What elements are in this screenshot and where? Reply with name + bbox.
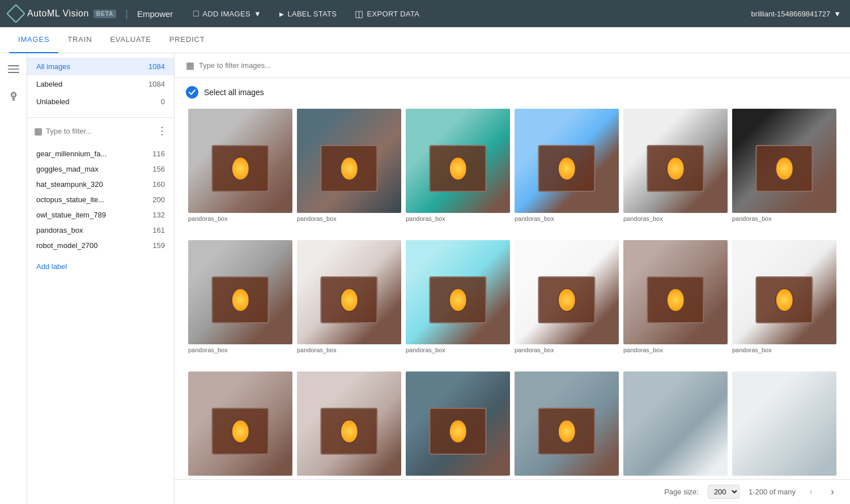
image-grid-row1: pandoras_box pandoras_box pandoras_box bbox=[175, 106, 850, 238]
image-thumbnail bbox=[406, 240, 510, 344]
svg-rect-0 bbox=[8, 65, 19, 66]
bottom-bar: Page size: 200 100 50 1-200 of many ‹ › bbox=[175, 479, 850, 504]
image-label: pandoras_box bbox=[297, 215, 401, 222]
label-name: goggles_mad_max bbox=[36, 165, 99, 173]
main-layout: All images 1084 Labeled 1084 Unlabeled 0… bbox=[0, 53, 850, 504]
label-count: 160 bbox=[152, 180, 165, 189]
account-selector[interactable]: brilliant-1548669841727 ▼ bbox=[751, 10, 841, 18]
all-images-label: All images bbox=[36, 62, 70, 71]
image-thumbnail bbox=[297, 240, 401, 344]
image-cell[interactable]: pandoras_box bbox=[186, 106, 295, 224]
image-thumbnail bbox=[623, 371, 728, 476]
image-thumbnail bbox=[515, 240, 619, 344]
svg-rect-1 bbox=[8, 69, 19, 70]
all-images-count: 1084 bbox=[148, 62, 165, 71]
tab-images[interactable]: IMAGES bbox=[9, 27, 58, 53]
image-cell[interactable]: pandoras_box bbox=[295, 106, 403, 224]
account-chevron-icon: ▼ bbox=[834, 10, 841, 18]
select-all-checkbox[interactable] bbox=[186, 86, 198, 99]
image-cell[interactable]: pandoras_box bbox=[512, 106, 621, 224]
logo-area: AutoML Vision BETA bbox=[9, 7, 116, 20]
image-cell[interactable]: pandoras_box bbox=[730, 106, 839, 224]
image-thumbnail bbox=[297, 371, 401, 476]
list-item[interactable]: hat_steampunk_320 160 bbox=[27, 177, 174, 192]
label-name: robot_model_2700 bbox=[36, 241, 97, 250]
image-cell[interactable] bbox=[295, 369, 403, 478]
image-cell[interactable] bbox=[730, 369, 839, 478]
unlabeled-count: 0 bbox=[161, 97, 165, 106]
list-item[interactable]: robot_model_2700 159 bbox=[27, 238, 174, 253]
image-label: pandoras_box bbox=[732, 347, 836, 353]
label-list: gear_millennium_fa... 116 goggles_mad_ma… bbox=[27, 142, 174, 258]
project-name: Empower bbox=[137, 9, 173, 19]
image-filter-bar: ▦ bbox=[175, 53, 850, 78]
prev-page-button[interactable]: ‹ bbox=[805, 484, 817, 500]
label-count: 116 bbox=[152, 150, 165, 158]
image-cell[interactable]: pandoras_box bbox=[621, 238, 730, 356]
image-thumbnail bbox=[623, 240, 728, 344]
filter-icon: ▦ bbox=[186, 60, 194, 71]
sidebar-item-unlabeled[interactable]: Unlabeled 0 bbox=[27, 93, 174, 110]
sidebar-item-all-images[interactable]: All images 1084 bbox=[27, 58, 174, 75]
hamburger-menu-button[interactable] bbox=[5, 60, 23, 78]
image-thumbnail bbox=[732, 240, 836, 344]
image-cell[interactable]: pandoras_box bbox=[295, 238, 403, 356]
label-count: 132 bbox=[152, 211, 165, 219]
list-item[interactable]: goggles_mad_max 156 bbox=[27, 161, 174, 177]
add-images-chevron-icon: ▼ bbox=[254, 10, 261, 18]
tab-predict[interactable]: PREDICT bbox=[160, 27, 214, 53]
image-label: pandoras_box bbox=[623, 347, 728, 353]
left-icon-bar bbox=[0, 53, 27, 504]
top-nav: AutoML Vision BETA | Empower □ ADD IMAGE… bbox=[0, 0, 850, 27]
image-label: pandoras_box bbox=[188, 347, 292, 353]
sidebar-item-labeled[interactable]: Labeled 1084 bbox=[27, 75, 174, 93]
image-label: pandoras_box bbox=[515, 347, 619, 353]
image-cell[interactable]: pandoras_box bbox=[403, 238, 512, 356]
account-name: brilliant-1548669841727 bbox=[751, 10, 831, 18]
add-images-button[interactable]: □ ADD IMAGES ▼ bbox=[186, 5, 268, 22]
tab-evaluate[interactable]: EVALUATE bbox=[101, 27, 160, 53]
image-cell[interactable]: pandoras_box bbox=[186, 238, 295, 356]
page-size-label: Page size: bbox=[664, 488, 699, 496]
add-label-button[interactable]: Add label bbox=[27, 258, 174, 275]
list-item[interactable]: octopus_statue_ite... 200 bbox=[27, 192, 174, 207]
label-count: 161 bbox=[152, 226, 165, 234]
export-data-icon: ◫ bbox=[355, 8, 363, 19]
next-page-button[interactable]: › bbox=[826, 484, 839, 500]
more-options-icon[interactable]: ⋮ bbox=[157, 125, 167, 137]
lightbulb-icon-button[interactable] bbox=[5, 87, 23, 105]
image-thumbnail bbox=[515, 371, 619, 476]
labeled-label: Labeled bbox=[36, 80, 62, 88]
add-images-icon: □ bbox=[193, 8, 199, 19]
image-cell[interactable]: pandoras_box bbox=[512, 238, 621, 356]
image-filter-input[interactable] bbox=[199, 61, 839, 70]
sidebar-divider bbox=[27, 117, 174, 118]
image-cell[interactable] bbox=[403, 369, 512, 478]
list-item[interactable]: gear_millennium_fa... 116 bbox=[27, 146, 174, 161]
page-size-select[interactable]: 200 100 50 bbox=[708, 485, 740, 499]
sidebar: All images 1084 Labeled 1084 Unlabeled 0… bbox=[27, 53, 175, 504]
image-cell[interactable]: pandoras_box bbox=[730, 238, 839, 356]
label-stats-icon: ▸ bbox=[279, 8, 284, 19]
image-label: pandoras_box bbox=[732, 215, 836, 222]
image-label: pandoras_box bbox=[406, 347, 510, 353]
image-cell[interactable]: pandoras_box bbox=[403, 106, 512, 224]
beta-badge: BETA bbox=[94, 10, 116, 18]
list-item[interactable]: pandoras_box 161 bbox=[27, 223, 174, 238]
image-cell[interactable] bbox=[186, 369, 295, 478]
image-cell[interactable] bbox=[512, 369, 621, 478]
image-cell[interactable]: pandoras_box bbox=[621, 106, 730, 224]
label-stats-button[interactable]: ▸ LABEL STATS bbox=[273, 5, 343, 23]
list-item[interactable]: owl_statue_item_789 132 bbox=[27, 207, 174, 223]
label-filter-icon: ▦ bbox=[34, 126, 42, 136]
label-filter-input[interactable] bbox=[46, 127, 154, 135]
image-cell[interactable] bbox=[621, 369, 730, 478]
image-thumbnail bbox=[515, 109, 619, 213]
label-name: octopus_statue_ite... bbox=[36, 195, 104, 204]
image-thumbnail bbox=[188, 109, 292, 213]
label-count: 156 bbox=[152, 165, 165, 173]
image-thumbnail bbox=[406, 109, 510, 213]
export-data-button[interactable]: ◫ EXPORT DATA bbox=[348, 5, 426, 23]
tab-train[interactable]: TRAIN bbox=[58, 27, 101, 53]
select-all-row: Select all images bbox=[175, 78, 850, 106]
